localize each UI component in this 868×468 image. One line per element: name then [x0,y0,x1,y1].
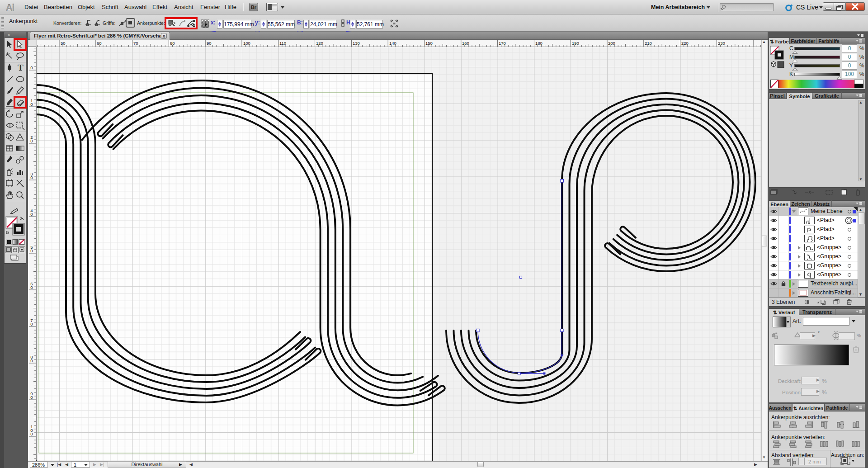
svg-text:220: 220 [681,41,689,46]
svg-text:70: 70 [30,318,33,326]
svg-text:120: 120 [316,41,323,46]
svg-text:80: 80 [30,355,33,363]
svg-text:100: 100 [243,41,250,46]
svg-text:10: 10 [30,98,33,107]
svg-text:T: T [18,63,24,72]
svg-text:170: 170 [499,41,506,46]
svg-text:140: 140 [389,41,396,46]
svg-text:160: 160 [462,41,469,46]
svg-text:90: 90 [207,41,212,46]
svg-text:90: 90 [30,391,33,400]
svg-text:150: 150 [425,41,433,46]
svg-text:80: 80 [170,41,175,46]
svg-text:60: 60 [97,41,102,46]
svg-text:180: 180 [535,41,542,46]
svg-text:20: 20 [30,135,33,143]
svg-text:50: 50 [30,245,33,253]
svg-text:100: 100 [30,424,33,436]
svg-text:50: 50 [61,41,66,46]
svg-text:200: 200 [608,41,615,46]
svg-text:40: 40 [30,208,33,217]
svg-text:0: 0 [30,65,33,70]
svg-text:110: 110 [279,41,286,46]
svg-text:130: 130 [353,41,360,46]
svg-text:210: 210 [645,41,652,46]
svg-text:70: 70 [133,41,138,46]
svg-text:30: 30 [30,171,33,180]
svg-text:190: 190 [572,41,579,46]
svg-text:60: 60 [30,281,33,290]
svg-text:230: 230 [718,41,725,46]
